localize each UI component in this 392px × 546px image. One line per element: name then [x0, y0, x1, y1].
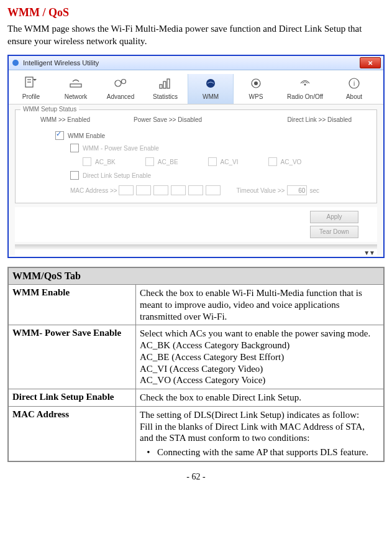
wmm-enable-label: WMM Enable: [68, 132, 105, 139]
wmm-qos-table: WMM/QoS Tab WMM Enable Check the box to …: [7, 267, 385, 462]
main-toolbar: Profile Network Advanced Statistics: [9, 70, 383, 104]
row-ps-desc: Select which ACs you want to enable the …: [136, 325, 385, 389]
svg-point-0: [12, 60, 19, 66]
group-legend: WMM Setup Status: [21, 106, 79, 113]
window-title: Intelligent Wireless Utility: [23, 59, 360, 67]
row-mac-desc: The setting of DLS(Direct Link Setup) in…: [136, 406, 385, 461]
advanced-icon: [111, 75, 130, 91]
row-mac-label: MAC Address: [8, 406, 136, 461]
app-icon: [11, 58, 20, 67]
tab-label: Advanced: [107, 93, 134, 100]
wmm-setup-group: WMM Setup Status WMM >> Enabled Power Sa…: [15, 109, 377, 203]
row-wmm-enable-label: WMM Enable: [8, 285, 136, 325]
table-row: WMM- Power Save Enable Select which ACs …: [8, 325, 384, 389]
ac-be-label: AC_BE: [158, 159, 178, 165]
resize-grip-row: ▼▼: [15, 249, 377, 256]
svg-rect-9: [167, 79, 170, 88]
table-header: WMM/QoS Tab: [8, 267, 384, 285]
tab-network[interactable]: Network: [53, 74, 98, 104]
timeout-label: Timeout Value >>: [237, 187, 285, 194]
svg-rect-8: [163, 81, 166, 88]
app-window: Intelligent Wireless Utility ✕ Profile N…: [9, 56, 383, 256]
timeout-input[interactable]: 60: [287, 185, 307, 195]
tab-label: Profile: [22, 93, 40, 100]
powersave-enable-row: WMM - Power Save Enable: [22, 142, 370, 154]
ps-desc-vo: AC_VO (Access Category Voice): [140, 375, 265, 385]
network-icon: [66, 75, 85, 91]
tab-label: WMM: [203, 93, 219, 100]
statistics-icon: [156, 75, 175, 91]
mac-bullet-text: Connecting with the same AP that support…: [157, 447, 380, 458]
tab-wmm[interactable]: WMM: [188, 74, 234, 104]
ac-vi-label: AC_VI: [221, 159, 239, 165]
tab-label: Radio On/Off: [287, 93, 323, 100]
tab-profile[interactable]: Profile: [9, 74, 53, 104]
profile-icon: [22, 75, 40, 91]
tab-label: WPS: [249, 93, 263, 100]
screenshot-figure: Intelligent Wireless Utility ✕ Profile N…: [7, 55, 385, 258]
wmm-enable-checkbox[interactable]: [55, 131, 64, 140]
wmm-enable-row: WMM Enable: [22, 129, 370, 142]
ac-bk-checkbox[interactable]: [83, 157, 91, 166]
tab-statistics[interactable]: Statistics: [143, 74, 188, 104]
resize-grip-icon[interactable]: ▼▼: [363, 249, 375, 256]
dls-enable-row: Direct Link Setup Enable: [22, 169, 370, 182]
button-area: Apply Tear Down: [15, 207, 377, 242]
ac-be-checkbox[interactable]: [145, 157, 154, 166]
wmm-icon: [201, 75, 220, 91]
mac-field-3[interactable]: [153, 185, 168, 195]
mac-address-label: MAC Address >>: [70, 187, 117, 194]
about-icon: i: [345, 75, 363, 91]
intro-text: The WMM page shows the Wi-Fi Multi-Media…: [7, 23, 385, 47]
mac-field-4[interactable]: [171, 185, 186, 195]
mac-field-5[interactable]: [188, 185, 203, 195]
radio-icon: [296, 75, 314, 91]
svg-point-13: [304, 84, 306, 86]
svg-point-12: [254, 81, 258, 85]
ac-bk-label: AC_BK: [95, 159, 116, 165]
window-titlebar: Intelligent Wireless Utility ✕: [9, 56, 383, 70]
wps-icon: [247, 75, 265, 91]
table-row: MAC Address The setting of DLS(Direct Li…: [8, 406, 384, 461]
divider-shadow: [15, 244, 377, 249]
mac-field-6[interactable]: [206, 185, 221, 195]
page-heading: WMM / QoS: [7, 6, 385, 19]
table-row: Direct Link Setup Enable Check the box t…: [8, 389, 384, 407]
ps-desc-bk: AC_BK (Access Category Background): [140, 340, 289, 350]
tab-about[interactable]: i About: [332, 74, 376, 104]
ps-desc-vi: AC_VI (Access Category Video): [140, 364, 263, 374]
svg-rect-7: [160, 85, 162, 88]
bullet-icon: •: [140, 447, 157, 458]
timeout-unit: sec: [309, 187, 319, 194]
table-row: WMM Enable Check the box to enable Wi-Fi…: [8, 285, 384, 325]
status-powersave: Power Save >> Disabled: [134, 116, 202, 123]
row-dls-desc: Check the box to enable Direct Link Setu…: [136, 389, 385, 407]
tab-label: About: [346, 93, 362, 100]
mac-desc-intro: The setting of DLS(Direct Link Setup) in…: [140, 410, 359, 420]
ac-vi-checkbox[interactable]: [208, 157, 217, 166]
tab-label: Network: [65, 93, 88, 100]
svg-point-6: [122, 80, 126, 84]
mac-desc-body: Fill in the blanks of Direct Link with M…: [140, 422, 365, 443]
svg-point-5: [115, 80, 121, 86]
row-dls-label: Direct Link Setup Enable: [8, 389, 136, 407]
tab-wps[interactable]: WPS: [234, 74, 278, 104]
status-wmm: WMM >> Enabled: [40, 116, 90, 123]
tab-radio[interactable]: Radio On/Off: [278, 74, 332, 104]
ac-vo-checkbox[interactable]: [268, 157, 277, 166]
teardown-button[interactable]: Tear Down: [310, 226, 358, 238]
mac-row: MAC Address >> Timeout Value >> 60 sec: [22, 182, 370, 197]
mac-field-2[interactable]: [136, 185, 151, 195]
dls-checkbox[interactable]: [70, 171, 79, 180]
ac-vo-label: AC_VO: [281, 159, 302, 165]
tab-advanced[interactable]: Advanced: [98, 74, 143, 104]
powersave-checkbox[interactable]: [70, 144, 79, 152]
ps-desc-intro: Select which ACs you want to enable the …: [140, 328, 370, 338]
powersave-label: WMM - Power Save Enable: [83, 145, 159, 152]
svg-text:i: i: [353, 80, 355, 87]
mac-field-1[interactable]: [119, 185, 134, 195]
apply-button[interactable]: Apply: [310, 211, 358, 223]
mac-bullet-row: • Connecting with the same AP that suppo…: [140, 447, 380, 458]
page-number: - 62 -: [7, 472, 385, 482]
close-button[interactable]: ✕: [360, 57, 381, 68]
